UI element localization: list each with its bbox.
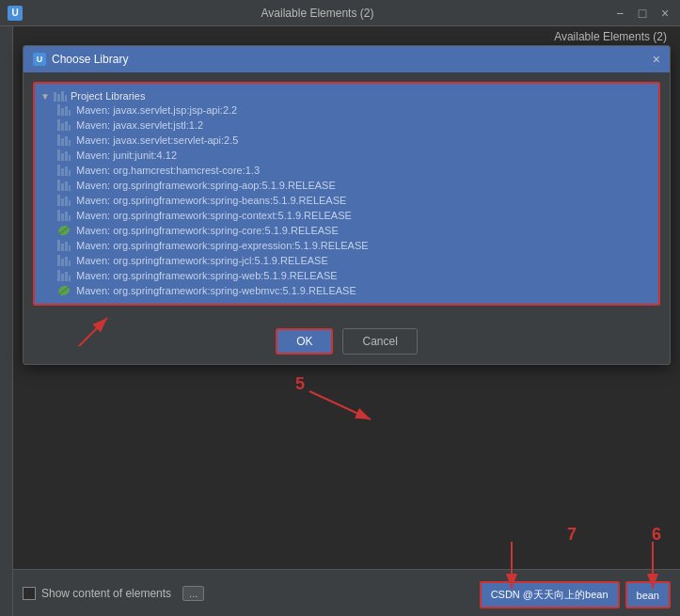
library-item-7[interactable]: Maven: org.springframework:spring-contex… (39, 208, 655, 223)
svg-rect-38 (57, 240, 60, 251)
library-item-10[interactable]: Maven: org.springframework:spring-jcl:5.… (39, 253, 655, 268)
annotation-5: 5 (295, 374, 305, 394)
svg-rect-3 (65, 95, 67, 102)
svg-rect-28 (57, 195, 60, 206)
svg-rect-16 (57, 150, 60, 161)
dialog-title-left: U Choose Library (33, 53, 128, 66)
library-list[interactable]: ▼ Project Libraries (33, 82, 660, 306)
svg-rect-31 (69, 200, 71, 206)
cancel-button[interactable]: Cancel (342, 328, 417, 355)
svg-rect-10 (65, 121, 68, 131)
svg-rect-33 (61, 213, 64, 221)
library-item-12[interactable]: Maven: org.springframework:spring-webmvc… (39, 283, 655, 298)
svg-rect-2 (61, 91, 64, 102)
svg-rect-23 (69, 170, 71, 176)
svg-rect-13 (61, 138, 64, 146)
svg-rect-7 (69, 110, 71, 116)
dialog-title: Choose Library (52, 53, 128, 66)
svg-rect-27 (69, 185, 71, 191)
csdn-button[interactable]: CSDN @天天向上的bean (480, 581, 620, 608)
choose-library-dialog: U Choose Library × ▼ (23, 45, 671, 365)
svg-rect-11 (69, 125, 71, 131)
library-icon-11 (57, 270, 71, 281)
app-icon: U (8, 6, 23, 21)
svg-rect-5 (61, 108, 64, 116)
library-item-4[interactable]: Maven: org.hamcrest:hamcrest-core:1.3 (39, 163, 655, 178)
svg-rect-0 (54, 92, 56, 102)
dialog-body: ▼ Project Libraries (24, 72, 670, 315)
library-item-11[interactable]: Maven: org.springframework:spring-web:5.… (39, 268, 655, 283)
project-libraries-icon (54, 90, 67, 102)
top-bar: U Available Elements (2) − □ × (0, 0, 680, 26)
maximize-btn[interactable]: □ (635, 6, 650, 21)
svg-rect-8 (57, 119, 60, 131)
show-content-container: Show content of elements ... (23, 586, 204, 601)
svg-rect-22 (65, 166, 68, 176)
svg-rect-49 (69, 276, 71, 281)
svg-rect-24 (57, 180, 60, 191)
show-content-label: Show content of elements (41, 587, 171, 600)
svg-rect-32 (57, 210, 60, 221)
library-icon-6 (57, 195, 71, 206)
svg-rect-14 (65, 136, 68, 146)
library-item-0[interactable]: Maven: javax.servlet.jsp:jsp-api:2.2 (39, 103, 655, 118)
library-item-2[interactable]: Maven: javax.servlet:servlet-api:2.5 (39, 133, 655, 148)
svg-rect-39 (61, 244, 64, 251)
svg-rect-47 (61, 274, 64, 281)
svg-rect-17 (61, 153, 64, 161)
dialog-close-icon[interactable]: × (653, 52, 660, 67)
show-content-checkbox[interactable] (23, 587, 36, 600)
svg-rect-19 (69, 155, 71, 161)
left-sidebar (0, 26, 13, 616)
library-icon-3 (57, 150, 71, 161)
svg-rect-42 (57, 255, 60, 266)
bean-button[interactable]: bean (625, 581, 671, 608)
library-icon-9 (57, 240, 71, 251)
svg-rect-9 (61, 123, 64, 131)
library-group-header: ▼ Project Libraries (39, 89, 655, 103)
annotation-7: 7 (567, 525, 577, 545)
library-item-1[interactable]: Maven: javax.servlet:jstl:1.2 (39, 118, 655, 133)
svg-rect-26 (65, 182, 68, 191)
dialog-titlebar: U Choose Library × (24, 46, 670, 72)
svg-rect-30 (65, 197, 68, 206)
library-item-6[interactable]: Maven: org.springframework:spring-beans:… (39, 193, 655, 208)
annotation-6: 6 (652, 525, 661, 545)
svg-rect-29 (61, 198, 64, 206)
svg-rect-35 (69, 215, 71, 221)
bottom-right-buttons: CSDN @天天向上的bean bean (480, 581, 671, 608)
svg-rect-1 (57, 94, 60, 102)
dialog-footer: OK Cancel (24, 315, 670, 364)
svg-rect-4 (57, 104, 60, 116)
window-title: Available Elements (2) (30, 7, 605, 20)
svg-rect-43 (61, 259, 64, 266)
ok-button[interactable]: OK (276, 328, 333, 355)
expand-icon[interactable]: ▼ (40, 91, 50, 102)
svg-rect-21 (61, 168, 64, 176)
library-icon-2 (57, 134, 71, 146)
svg-rect-34 (65, 212, 68, 221)
library-icon-0 (57, 104, 71, 116)
svg-rect-40 (65, 242, 68, 251)
library-icon-1 (57, 119, 71, 131)
dots-button[interactable]: ... (182, 586, 204, 601)
main-layout: Available Elements (2) U Choose Library … (0, 26, 680, 616)
svg-rect-25 (61, 183, 64, 191)
library-item-8[interactable]: Maven: org.springframework:spring-core:5… (39, 223, 655, 238)
svg-line-54 (309, 391, 371, 419)
library-item-9[interactable]: Maven: org.springframework:spring-expres… (39, 238, 655, 253)
available-elements-header: Available Elements (2) (554, 30, 667, 43)
minimize-btn[interactable]: − (612, 6, 627, 21)
svg-rect-46 (57, 270, 60, 281)
library-icon-5 (57, 180, 71, 191)
svg-rect-15 (69, 140, 71, 146)
bottom-bar: Show content of elements ... CSDN @天天向上的… (13, 569, 680, 616)
project-libraries-label: Project Libraries (71, 90, 145, 102)
svg-rect-44 (65, 257, 68, 266)
library-icon-4 (57, 165, 71, 176)
library-icon-10 (57, 255, 71, 266)
close-btn[interactable]: × (657, 6, 672, 21)
spring-leaf-icon-8 (57, 225, 71, 236)
library-item-5[interactable]: Maven: org.springframework:spring-aop:5.… (39, 178, 655, 193)
library-item-3[interactable]: Maven: junit:junit:4.12 (39, 148, 655, 163)
